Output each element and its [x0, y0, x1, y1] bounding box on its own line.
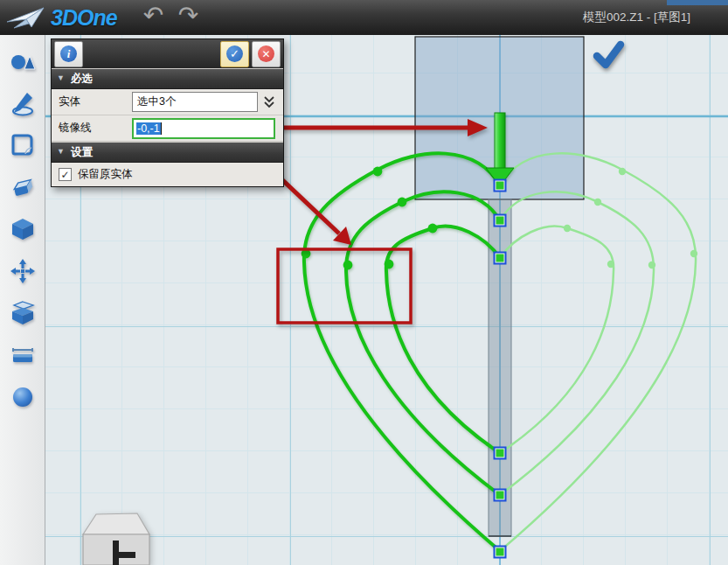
cube-icon — [10, 216, 36, 242]
keep-original-label: 保留原实体 — [78, 167, 133, 182]
endpoint-marker-fill — [496, 182, 504, 190]
control-point[interactable] — [343, 261, 353, 270]
collapse-icon: ▼ — [57, 73, 65, 82]
section-settings-label: 设置 — [71, 145, 93, 160]
mirror-line-row: 镜像线 -0,-1 — [52, 115, 283, 142]
mirror-control-point — [690, 250, 697, 257]
mirror-line-value: -0,-1 — [136, 122, 161, 135]
heart-curve-outer[interactable] — [304, 153, 500, 551]
control-point[interactable] — [428, 224, 438, 234]
control-point[interactable] — [398, 198, 407, 207]
sidebar-item-measure-tool[interactable] — [8, 340, 38, 370]
mirror-preview-curves — [500, 153, 697, 551]
mirror-curve-inner — [500, 227, 614, 453]
paper-plane-icon — [5, 4, 47, 31]
brand-text: 3DOne — [51, 5, 117, 31]
entity-row: 实体 选中3个 — [52, 89, 283, 115]
sketch-plane-icon — [10, 132, 36, 158]
section-required[interactable]: ▼ 必选 — [52, 68, 283, 89]
collapse-icon: ▼ — [57, 147, 65, 156]
mirror-control-point — [607, 261, 614, 268]
eraser-icon — [10, 174, 36, 200]
view-cube[interactable] — [83, 513, 149, 565]
mirror-line-input[interactable]: -0,-1 — [132, 118, 275, 139]
section-settings[interactable]: ▼ 设置 — [52, 142, 283, 163]
cancel-button[interactable]: ✕ — [252, 41, 281, 67]
mirror-control-point — [594, 199, 601, 206]
move-arrows-icon — [10, 258, 36, 284]
window-corner-strip — [667, 0, 728, 5]
entity-value: 选中3个 — [137, 94, 176, 109]
measure-icon — [10, 342, 36, 368]
combine-cubes-icon — [10, 300, 36, 326]
mirror-control-point — [619, 168, 626, 175]
sidebar-item-combine-tool[interactable] — [8, 298, 38, 328]
endpoint-marker-fill — [496, 548, 504, 556]
sidebar-item-material-sphere[interactable] — [8, 382, 38, 412]
text-caret — [161, 122, 162, 135]
cancel-icon: ✕ — [258, 45, 274, 62]
sidebar-item-trim-eraser[interactable] — [8, 172, 38, 202]
sphere-icon — [10, 384, 36, 410]
dialog-titlebar: i ✓ ✕ — [52, 39, 283, 68]
endpoint-marker-fill — [496, 255, 504, 262]
endpoint-marker-fill — [496, 492, 504, 499]
mirror-control-point — [648, 262, 655, 269]
tool-sidebar — [0, 35, 45, 565]
primitive-shapes-icon — [10, 48, 36, 74]
mirror-curve-outer — [500, 153, 696, 551]
mirror-dialog: i ✓ ✕ ▼ 必选 实体 选中3个 — [51, 38, 284, 187]
control-point[interactable] — [385, 260, 394, 269]
undo-button[interactable]: ↶ — [136, 1, 171, 31]
window-title: 模型002.Z1 - [草图1] — [583, 0, 690, 35]
info-icon: i — [60, 45, 77, 62]
mirror-control-point — [564, 225, 571, 232]
confirm-icon: ✓ — [226, 45, 243, 62]
heart-curve-inner[interactable] — [386, 227, 500, 453]
sidebar-item-solid-cube[interactable] — [8, 214, 38, 244]
mirror-line-label: 镜像线 — [59, 121, 132, 136]
selected-curves[interactable] — [302, 153, 500, 551]
sidebar-item-primitive-shapes[interactable] — [8, 46, 38, 76]
control-point[interactable] — [373, 167, 383, 177]
entity-select[interactable]: 选中3个 — [132, 92, 258, 112]
sidebar-item-sketch-plane[interactable] — [8, 130, 38, 160]
sidebar-item-move-tool[interactable] — [8, 256, 38, 286]
info-button[interactable]: i — [54, 41, 83, 67]
sidebar-item-sketch-pen[interactable] — [8, 88, 38, 118]
section-required-label: 必选 — [71, 72, 93, 87]
redo-button[interactable]: ↷ — [171, 1, 206, 31]
confirm-button[interactable]: ✓ — [220, 41, 249, 67]
confirm-check-icon[interactable] — [597, 45, 621, 65]
endpoint-marker-fill — [496, 217, 504, 225]
app-window: 3DOne ↶ ↷ 模型002.Z1 - [草图1] — [0, 0, 728, 565]
sketch-pen-icon — [10, 90, 36, 116]
keep-original-row: ✓ 保留原实体 — [52, 163, 283, 186]
entity-label: 实体 — [59, 94, 132, 109]
chevron-double-down-icon[interactable] — [263, 95, 275, 109]
keep-original-checkbox[interactable]: ✓ — [59, 168, 72, 181]
top-bar: 3DOne ↶ ↷ 模型002.Z1 - [草图1] — [0, 0, 728, 35]
app-logo: 3DOne — [5, 4, 117, 31]
endpoint-marker-fill — [496, 450, 504, 457]
